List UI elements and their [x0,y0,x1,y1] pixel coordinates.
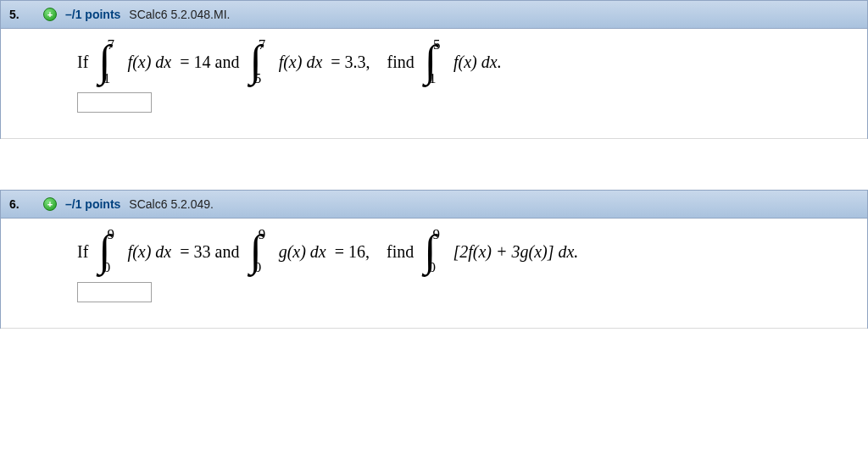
answer-input[interactable] [77,282,152,302]
integral-3: ∫ 5 1 f(x) dx. [423,44,502,81]
integrand: g(x) dx [264,242,326,262]
integral-1: ∫ 9 0 f(x) dx [97,234,171,271]
question-number: 6. [9,197,35,211]
problem-body: If ∫ 9 0 f(x) dx = 33 and ∫ 9 0 g(x) dx … [1,219,867,329]
problem-5: 5. + –/1 points SCalc6 5.2.048.MI. If ∫ … [0,0,868,139]
integral-upper: 5 [433,38,441,51]
points-label: –/1 points [65,197,120,211]
integrand: f(x) dx [113,242,172,262]
equals-text: = 33 and [175,242,244,262]
integral-lower: 0 [103,261,111,274]
text-if: If [77,53,93,72]
math-expression: If ∫ 9 0 f(x) dx = 33 and ∫ 9 0 g(x) dx … [77,234,833,271]
problem-body: If ∫ 7 1 f(x) dx = 14 and ∫ 7 5 f(x) dx … [1,29,867,139]
math-expression: If ∫ 7 1 f(x) dx = 14 and ∫ 7 5 f(x) dx … [77,44,833,81]
answer-box [77,91,833,113]
integrand: f(x) dx [113,53,172,72]
answer-box [77,281,833,302]
integral-lower: 1 [103,72,111,85]
expand-icon[interactable]: + [43,8,57,21]
integral-2: ∫ 7 5 f(x) dx [248,44,322,81]
integral-2: ∫ 9 0 g(x) dx [248,234,326,271]
text-find: find [379,53,420,72]
integral-lower: 0 [254,261,262,274]
problem-6: 6. + –/1 points SCalc6 5.2.049. If ∫ 9 0… [0,190,868,329]
integral-lower: 0 [429,261,437,274]
integrand: [2f(x) + 3g(x)] dx. [437,242,578,262]
integrand: f(x) dx. [438,53,502,72]
integral-3: ∫ 9 0 [2f(x) + 3g(x)] dx. [422,234,578,271]
reference-label: SCalc6 5.2.048.MI. [129,8,230,21]
answer-input[interactable] [77,92,152,113]
integral-icon: ∫ 7 5 [248,42,263,81]
text-if: If [77,242,93,262]
expand-icon[interactable]: + [43,197,57,211]
question-number: 5. [9,8,35,21]
integrand: f(x) dx [264,53,323,72]
integral-upper: 9 [108,228,115,241]
integral-icon: ∫ 9 0 [248,231,263,271]
points-label: –/1 points [65,8,120,21]
integral-icon: ∫ 5 1 [423,42,438,81]
integral-upper: 7 [108,38,115,51]
integral-icon: ∫ 9 0 [422,231,437,271]
integral-lower: 1 [429,72,437,85]
integral-icon: ∫ 7 1 [97,42,112,81]
reference-label: SCalc6 5.2.049. [129,197,214,211]
integral-1: ∫ 7 1 f(x) dx [97,44,171,81]
integral-lower: 5 [254,72,262,85]
integral-upper: 9 [432,228,440,241]
problem-header: 5. + –/1 points SCalc6 5.2.048.MI. [1,0,867,29]
equals-text: = 16, [330,242,375,262]
problem-header: 6. + –/1 points SCalc6 5.2.049. [1,190,867,219]
integral-upper: 7 [259,38,266,51]
equals-text: = 3.3, [326,53,375,72]
text-find: find [378,242,419,262]
integral-icon: ∫ 9 0 [97,231,112,271]
equals-text: = 14 and [175,53,244,72]
integral-upper: 9 [259,228,266,241]
